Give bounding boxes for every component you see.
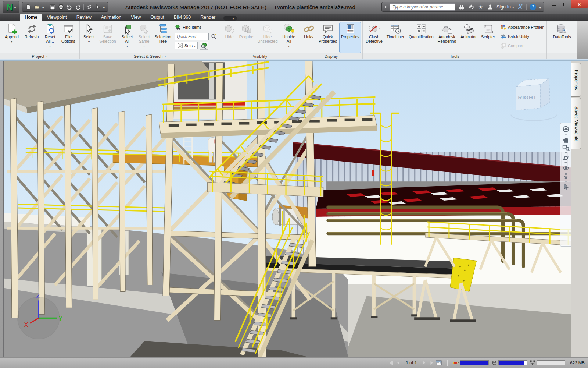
group-label-project[interactable]: Project: [0, 53, 79, 59]
communication-center-icon[interactable]: [468, 4, 474, 10]
favorites-star-icon[interactable]: ★: [477, 4, 484, 10]
group-label-select-search[interactable]: Select & Search: [80, 53, 220, 59]
dropdown-arrow-icon: [49, 44, 51, 48]
find-items-button[interactable]: Find Items: [175, 23, 217, 31]
user-icon[interactable]: [487, 4, 494, 10]
exchange-apps-icon[interactable]: X: [517, 4, 523, 10]
application-menu-button[interactable]: N: [3, 1, 19, 13]
infocenter-bar: ★ Sign In X ?: [381, 2, 544, 12]
select-button[interactable]: Select: [81, 22, 97, 53]
append-button[interactable]: Append: [2, 22, 22, 53]
quick-find-input[interactable]: [175, 33, 209, 40]
compare-button[interactable]: Compare: [500, 42, 544, 50]
appearance-profiler-button[interactable]: Appearance Profiler: [500, 23, 544, 31]
refresh-icon[interactable]: [86, 4, 92, 10]
quantification-button[interactable]: Quantification: [407, 22, 435, 53]
ribbon-group-datatools: DataTools: [547, 21, 577, 59]
statusbar-divider: [447, 360, 448, 366]
tab-render[interactable]: Render: [196, 14, 220, 21]
panel-tab-saved-viewpoints[interactable]: Saved Viewpoints: [571, 98, 581, 149]
last-sheet-button[interactable]: [429, 360, 434, 366]
group-label-display[interactable]: Display: [300, 53, 362, 59]
timeliner-button[interactable]: TimeLiner: [384, 22, 406, 53]
unhide-all-button[interactable]: Unhide All: [280, 22, 298, 53]
viewcube-face-label[interactable]: RIGHT: [518, 94, 537, 100]
minimize-button[interactable]: [549, 0, 560, 8]
sets-dropdown[interactable]: Sets: [175, 42, 198, 49]
ribbon-group-tools: Clash Detective TimeLiner Quantification…: [363, 21, 547, 59]
help-icon[interactable]: ?: [530, 4, 536, 10]
group-label-visibility[interactable]: Visibility: [220, 53, 300, 59]
autodesk-rendering-button[interactable]: Autodesk Rendering: [436, 22, 458, 53]
ribbon-tab-bar: Home Viewpoint Review Animation View Out…: [0, 14, 588, 22]
tab-output[interactable]: Output: [146, 14, 169, 21]
select-cursor-icon[interactable]: [95, 4, 101, 10]
scripter-button[interactable]: Scripter: [479, 22, 497, 53]
properties-button[interactable]: Properties: [340, 22, 361, 53]
close-button[interactable]: ×: [571, 0, 588, 8]
save-selection-button[interactable]: Save Selection: [97, 22, 118, 53]
reset-all-button[interactable]: Reset All...: [42, 22, 58, 53]
refresh-button[interactable]: Refresh: [22, 22, 41, 53]
require-button[interactable]: Require: [237, 22, 255, 53]
panel-tab-properties[interactable]: Properties: [571, 63, 581, 97]
select-same-button[interactable]: Select Same: [136, 22, 152, 53]
look-around-icon[interactable]: [562, 164, 570, 172]
navbar-dropdown-icon[interactable]: [564, 181, 567, 182]
ribbon-overflow-button[interactable]: [223, 16, 237, 21]
orbit-icon[interactable]: [562, 154, 570, 162]
group-label-tools[interactable]: Tools: [363, 53, 546, 59]
navbar-dropdown-icon[interactable]: [564, 134, 567, 135]
application-title: Autodesk Navisworks Manage 2017 (NOT FOR…: [125, 4, 266, 10]
zoom-window-icon[interactable]: [562, 144, 570, 151]
search-expand-icon[interactable]: [385, 6, 387, 8]
steering-wheel-icon[interactable]: [562, 125, 570, 133]
help-arrow-icon[interactable]: [539, 4, 541, 10]
selection-tree-button[interactable]: Selection Tree: [153, 22, 173, 53]
links-button[interactable]: Links: [301, 22, 316, 53]
tab-bim360[interactable]: BIM 360: [169, 14, 196, 21]
tab-view[interactable]: View: [126, 14, 145, 21]
clash-detective-button[interactable]: Clash Detective: [364, 22, 384, 53]
next-sheet-button[interactable]: [421, 360, 427, 366]
search-button[interactable]: [458, 4, 465, 10]
quick-properties-button[interactable]: Quick Properties: [316, 22, 339, 53]
viewport-3d-scene[interactable]: RIGHT Z Y X: [3, 61, 571, 357]
first-sheet-button[interactable]: [388, 360, 394, 366]
redo-icon[interactable]: [75, 4, 81, 10]
memory-usage: 622 MB: [570, 361, 585, 365]
document-name: Tvornica plastične ambalaže.nwd: [274, 4, 355, 10]
hide-unselected-button[interactable]: Hide Unselected: [256, 22, 279, 53]
animator-button[interactable]: Animator: [458, 22, 479, 53]
select-arrow-icon[interactable]: [562, 183, 570, 190]
pan-hand-icon[interactable]: [562, 136, 570, 143]
tab-viewpoint[interactable]: Viewpoint: [43, 14, 71, 21]
tab-review[interactable]: Review: [72, 14, 96, 21]
maximize-button[interactable]: [560, 0, 571, 8]
open-file-icon[interactable]: [34, 4, 40, 10]
print-icon[interactable]: [58, 4, 64, 10]
save-icon[interactable]: [50, 4, 55, 10]
customize-toolbar-arrow-icon[interactable]: [103, 4, 105, 10]
sign-in-button[interactable]: Sign In: [496, 4, 514, 10]
batch-utility-button[interactable]: Batch Utility: [500, 32, 544, 40]
tab-animation[interactable]: Animation: [97, 14, 126, 21]
quick-find-button[interactable]: [211, 33, 217, 40]
red-marker: [372, 170, 374, 176]
previous-sheet-button[interactable]: [395, 360, 401, 366]
sheet-browser-button[interactable]: [436, 360, 442, 366]
open-dropdown-arrow-icon[interactable]: [42, 4, 44, 10]
file-options-button[interactable]: File Options: [59, 22, 78, 53]
status-bar: 1 of 1 622 MB: [0, 357, 588, 368]
manage-sets-button[interactable]: [200, 42, 208, 50]
select-all-button[interactable]: Select All: [119, 22, 136, 53]
hide-button[interactable]: Hide: [222, 22, 237, 53]
tab-home[interactable]: Home: [20, 14, 42, 21]
keyword-search-input[interactable]: [390, 3, 455, 11]
new-document-icon[interactable]: [25, 4, 31, 10]
undo-icon[interactable]: [67, 4, 72, 10]
navbar-dropdown-icon[interactable]: [564, 152, 567, 153]
walk-icon[interactable]: [562, 173, 570, 180]
navbar-dropdown-icon[interactable]: [564, 162, 567, 164]
datatools-button[interactable]: DataTools: [551, 22, 573, 53]
